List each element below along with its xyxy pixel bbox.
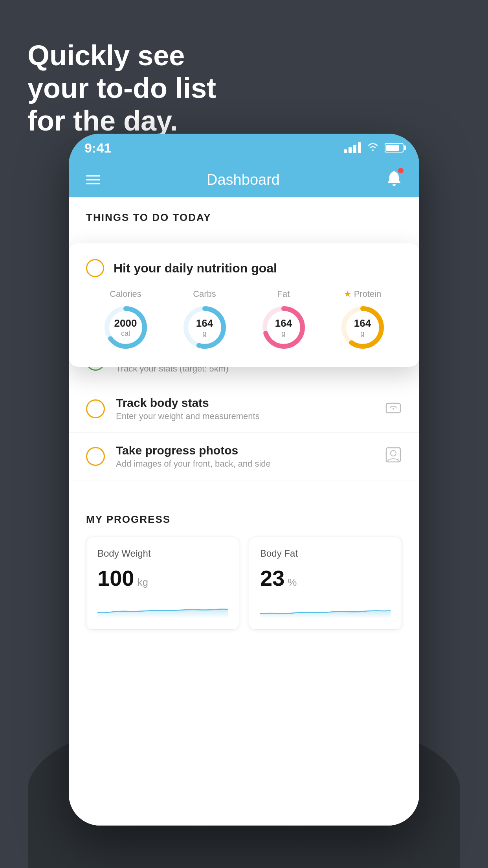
body-weight-value-wrap: 100 kg bbox=[97, 565, 228, 591]
app-header: Dashboard bbox=[69, 162, 419, 197]
nutrition-card: Hit your daily nutrition goal Calories 2 bbox=[69, 243, 419, 367]
body-stats-circle bbox=[86, 399, 105, 418]
content-area: THINGS TO DO TODAY Hit your daily nutrit… bbox=[69, 197, 419, 826]
header-title: Dashboard bbox=[207, 171, 280, 188]
todo-progress-photos[interactable]: Take progress photos Add images of your … bbox=[69, 433, 419, 480]
photos-name: Take progress photos bbox=[116, 444, 374, 457]
body-weight-chart bbox=[97, 599, 228, 618]
calories-label: Calories bbox=[110, 289, 141, 299]
phone-mockup: 9:41 Dashboard bbox=[69, 134, 419, 826]
protein-label-wrap: ★ Protein bbox=[344, 289, 382, 299]
status-icons bbox=[344, 142, 404, 154]
progress-section: MY PROGRESS Body Weight 100 kg bbox=[69, 496, 419, 630]
status-time: 9:41 bbox=[84, 140, 111, 156]
body-weight-value: 100 bbox=[97, 565, 134, 591]
photos-desc: Add images of your front, back, and side bbox=[116, 459, 374, 469]
progress-section-title: MY PROGRESS bbox=[86, 513, 402, 526]
notification-dot bbox=[398, 168, 404, 173]
scale-icon bbox=[385, 400, 402, 418]
calories-value: 2000 bbox=[114, 317, 137, 329]
progress-cards: Body Weight 100 kg bbox=[86, 537, 402, 630]
protein-item: ★ Protein 164 g bbox=[339, 289, 386, 351]
fat-item: Fat 164 g bbox=[260, 289, 307, 351]
protein-value: 164 bbox=[354, 317, 371, 329]
headline: Quickly see your to-do list for the day. bbox=[28, 39, 216, 137]
fat-unit: g bbox=[281, 329, 285, 337]
fat-label: Fat bbox=[277, 289, 290, 299]
fat-donut: 164 g bbox=[260, 304, 307, 351]
body-weight-unit: kg bbox=[137, 576, 148, 588]
body-weight-label: Body Weight bbox=[97, 548, 228, 559]
menu-button[interactable] bbox=[86, 175, 100, 184]
battery-icon bbox=[385, 143, 404, 153]
wifi-icon bbox=[367, 142, 379, 154]
carbs-unit: g bbox=[202, 329, 206, 337]
body-fat-card: Body Fat 23 % bbox=[249, 537, 402, 630]
nutrition-todo-label: Hit your daily nutrition goal bbox=[114, 261, 277, 276]
nutrition-todo-circle[interactable] bbox=[86, 259, 104, 277]
calories-donut: 2000 cal bbox=[102, 304, 149, 351]
protein-label: Protein bbox=[354, 289, 382, 299]
person-photo-icon bbox=[385, 446, 402, 467]
body-stats-name: Track body stats bbox=[116, 396, 374, 410]
body-stats-text: Track body stats Enter your weight and m… bbox=[116, 396, 374, 421]
body-fat-unit: % bbox=[288, 576, 297, 588]
signal-icon bbox=[344, 142, 361, 153]
carbs-label: Carbs bbox=[193, 289, 216, 299]
fat-value: 164 bbox=[275, 317, 292, 329]
photos-text: Take progress photos Add images of your … bbox=[116, 444, 374, 469]
protein-unit: g bbox=[360, 329, 364, 337]
things-todo-title: THINGS TO DO TODAY bbox=[69, 197, 419, 228]
body-fat-value: 23 bbox=[260, 565, 284, 591]
body-fat-label: Body Fat bbox=[260, 548, 391, 559]
star-icon: ★ bbox=[344, 289, 352, 299]
carbs-item: Carbs 164 g bbox=[181, 289, 228, 351]
carbs-donut: 164 g bbox=[181, 304, 228, 351]
status-bar: 9:41 bbox=[69, 134, 419, 162]
nutrition-grid: Calories 2000 cal bbox=[86, 289, 402, 351]
body-weight-card: Body Weight 100 kg bbox=[86, 537, 239, 630]
body-fat-chart bbox=[260, 599, 391, 618]
calories-item: Calories 2000 cal bbox=[102, 289, 149, 351]
body-fat-value-wrap: 23 % bbox=[260, 565, 391, 591]
carbs-value: 164 bbox=[196, 317, 213, 329]
photos-circle bbox=[86, 447, 105, 466]
todo-body-stats[interactable]: Track body stats Enter your weight and m… bbox=[69, 385, 419, 433]
calories-unit: cal bbox=[121, 329, 130, 337]
svg-point-9 bbox=[393, 408, 394, 410]
svg-point-11 bbox=[391, 451, 396, 456]
notification-bell-icon[interactable] bbox=[386, 169, 402, 190]
protein-donut: 164 g bbox=[339, 304, 386, 351]
body-stats-desc: Enter your weight and measurements bbox=[116, 411, 374, 421]
